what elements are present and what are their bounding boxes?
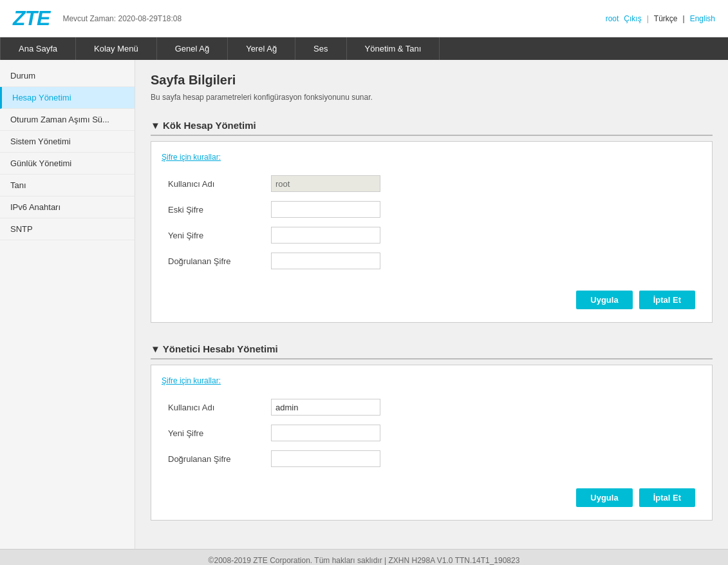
section1-password-rules-link[interactable]: Şifre için kurallar: (162, 153, 221, 162)
lang-separator2: | (683, 14, 685, 23)
label-dogrulanan-sifre-2: Doğrulanan Şifre (162, 446, 265, 472)
logout-link[interactable]: Çıkış (624, 14, 641, 23)
eski-sifre-input[interactable] (271, 201, 380, 218)
header-right: root Çıkış | Türkçe | English (606, 14, 715, 23)
sidebar-item-hesap-yonetimi[interactable]: Hesap Yönetimi (0, 87, 135, 109)
header: ZTE Mevcut Zaman: 2020-08-29T18:08 root … (0, 0, 728, 37)
yeni-sifre-1-input[interactable] (271, 227, 380, 244)
content-area: Sayfa Bilgileri Bu sayfa hesap parametre… (135, 60, 728, 549)
label-kullanici-adi-1: Kullanıcı Adı (162, 171, 265, 196)
nav-ses[interactable]: Ses (295, 37, 346, 60)
footer: ©2008-2019 ZTE Corporation. Tüm hakları … (0, 549, 728, 565)
label-yeni-sifre-1: Yeni Şifre (162, 222, 265, 248)
nav-ana-sayfa[interactable]: Ana Sayfa (0, 37, 76, 60)
navbar: Ana Sayfa Kolay Menü Genel Ağ Yerel Ağ S… (0, 37, 728, 60)
section1-apply-button[interactable]: Uygula (576, 291, 632, 309)
main-layout: Durum Hesap Yönetimi Oturum Zaman Aşımı … (0, 60, 728, 549)
yeni-sifre-2-input[interactable] (271, 425, 380, 441)
table-row: Kullanıcı Adı (162, 394, 387, 420)
table-row: Yeni Şifre (162, 222, 387, 248)
sidebar-item-durum[interactable]: Durum (0, 65, 135, 87)
section1-form-table: Kullanıcı Adı Eski Şifre Yeni Şifre Doğr… (162, 171, 387, 274)
page-title: Sayfa Bilgileri (151, 73, 713, 88)
user-link[interactable]: root (606, 14, 619, 23)
section1-header: ▼ Kök Hesap Yönetimi (151, 115, 713, 136)
section2-cancel-button[interactable]: İptal Et (639, 488, 695, 507)
table-row: Doğrulanan Şifre (162, 248, 387, 274)
section2-btn-row: Uygula İptal Et (162, 482, 702, 510)
table-row: Yeni Şifre (162, 420, 387, 446)
section1-cancel-button[interactable]: İptal Et (639, 291, 695, 309)
sidebar-item-sistem-yonetimi[interactable]: Sistem Yönetimi (0, 131, 135, 153)
label-dogrulanan-sifre-1: Doğrulanan Şifre (162, 248, 265, 274)
section1-btn-row: Uygula İptal Et (162, 284, 702, 312)
dogrulanan-sifre-2-input[interactable] (271, 450, 380, 467)
section2-body: Şifre için kurallar: Kullanıcı Adı Yeni … (151, 365, 713, 521)
section2-password-rules-link[interactable]: Şifre için kurallar: (162, 376, 221, 385)
sidebar-item-gunluk-yonetimi[interactable]: Günlük Yönetimi (0, 153, 135, 175)
header-left: ZTE Mevcut Zaman: 2020-08-29T18:08 (13, 6, 182, 30)
section2-form-table: Kullanıcı Adı Yeni Şifre Doğrulanan Şifr… (162, 394, 387, 472)
sidebar-item-sntp[interactable]: SNTP (0, 218, 135, 240)
section2-header: ▼ Yönetici Hesabı Yönetimi (151, 338, 713, 359)
current-time: Mevcut Zaman: 2020-08-29T18:08 (62, 14, 182, 23)
nav-yerel-ag[interactable]: Yerel Ağ (228, 37, 295, 60)
footer-text: ©2008-2019 ZTE Corporation. Tüm hakları … (209, 556, 520, 565)
nav-genel-ag[interactable]: Genel Ağ (157, 37, 229, 60)
table-row: Eski Şifre (162, 196, 387, 222)
nav-kolay-menu[interactable]: Kolay Menü (76, 37, 157, 60)
zte-logo: ZTE (13, 6, 50, 30)
page-description: Bu sayfa hesap parametreleri konfigürasy… (151, 93, 713, 102)
dogrulanan-sifre-1-input[interactable] (271, 253, 380, 269)
lang-tr[interactable]: Türkçe (654, 14, 678, 23)
sidebar: Durum Hesap Yönetimi Oturum Zaman Aşımı … (0, 60, 135, 549)
label-kullanici-adi-2: Kullanıcı Adı (162, 394, 265, 420)
section2-container: ▼ Yönetici Hesabı Yönetimi Şifre için ku… (151, 338, 713, 521)
nav-yonetim-tani[interactable]: Yönetim & Tanı (347, 37, 440, 60)
section2-apply-button[interactable]: Uygula (576, 488, 632, 507)
kullanici-adi-2-input[interactable] (271, 399, 380, 416)
label-yeni-sifre-2: Yeni Şifre (162, 420, 265, 446)
sidebar-item-tani[interactable]: Tanı (0, 175, 135, 196)
table-row: Doğrulanan Şifre (162, 446, 387, 472)
lang-separator: | (647, 14, 649, 23)
table-row: Kullanıcı Adı (162, 171, 387, 196)
sidebar-item-ipv6-anahtari[interactable]: IPv6 Anahtarı (0, 196, 135, 218)
kullanici-adi-1-input (271, 175, 380, 192)
section1-body: Şifre için kurallar: Kullanıcı Adı Eski … (151, 141, 713, 323)
section1-container: ▼ Kök Hesap Yönetimi Şifre için kurallar… (151, 115, 713, 323)
sidebar-item-oturum-zaman[interactable]: Oturum Zaman Aşımı Sü... (0, 109, 135, 131)
lang-en[interactable]: English (690, 14, 715, 23)
label-eski-sifre: Eski Şifre (162, 196, 265, 222)
